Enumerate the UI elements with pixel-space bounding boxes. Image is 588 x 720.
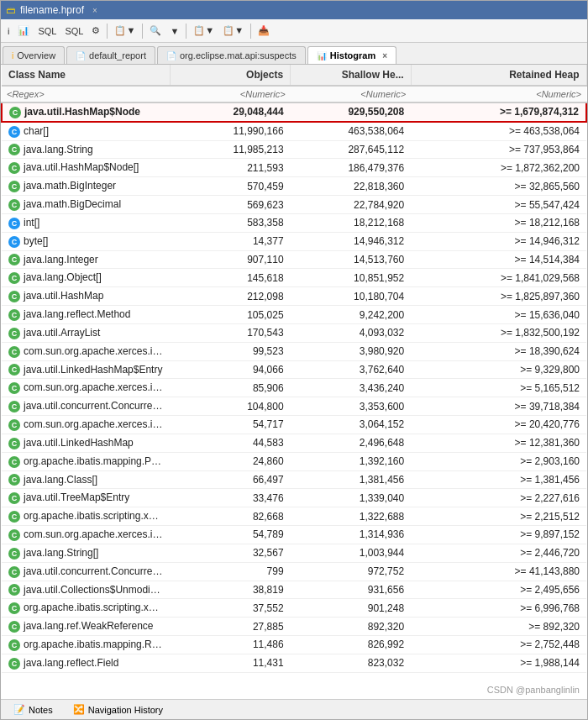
table-row[interactable]: Cjava.math.BigDecimal569,62322,784,920>=… [2, 196, 586, 214]
table-row[interactable]: Ccom.sun.org.apache.xerces.int...54,7173… [2, 416, 586, 434]
cell-class-name: Corg.apache.ibatis.scripting.xm... [2, 507, 170, 526]
table-row[interactable]: Ccom.sun.org.apache.xerces.int...99,5233… [2, 342, 586, 360]
table-row[interactable]: Corg.apache.ibatis.scripting.xm...82,668… [2, 507, 586, 526]
toolbar-search-btn[interactable]: 🔍 [146, 24, 165, 38]
cell-objects: 570,459 [170, 177, 291, 196]
table-row[interactable]: Cjava.lang.String[]32,5671,003,944>= 2,4… [2, 544, 586, 562]
cell-class-name: Cjava.util.concurrent.Concurren... [2, 562, 170, 581]
toolbar-sql2-btn[interactable]: SQL [61, 24, 87, 38]
table-row[interactable]: Cjava.lang.ref.WeakReference27,885892,32… [2, 618, 586, 636]
toolbar-nav-back-btn[interactable]: 📋▼ [190, 24, 218, 38]
table-row[interactable]: Cjava.util.LinkedHashMap44,5832,496,648>… [2, 434, 586, 452]
cell-shallow-heap: 3,980,920 [291, 342, 412, 360]
col-class-name[interactable]: Class Name [2, 65, 170, 86]
tab-default-report[interactable]: 📄 default_report [66, 46, 155, 64]
class-icon: C [8, 566, 20, 578]
cell-retained-heap: >= 1,832,500,192 [411, 323, 586, 342]
table-filter-row: <Regex> <Numeric> <Numeric> <Numeric> [2, 86, 586, 102]
table-row[interactable]: Cjava.util.HashMap$Node[]211,593186,479,… [2, 159, 586, 177]
filter-class-name[interactable]: <Regex> [2, 86, 170, 102]
cell-class-name: Cjava.util.ArrayList [2, 323, 170, 342]
cell-class-name: Corg.apache.ibatis.mapping.Pa... [2, 452, 170, 470]
filter-shallow-heap[interactable]: <Numeric> [291, 86, 412, 102]
cell-objects: 11,431 [170, 654, 291, 672]
cell-class-name: Cjava.lang.ref.WeakReference [2, 618, 170, 636]
cell-shallow-heap: 3,064,152 [291, 416, 412, 434]
class-icon: C [8, 492, 20, 504]
table-row[interactable]: Cchar[]11,990,166463,538,064>= 463,538,0… [2, 122, 586, 140]
toolbar-chart-btn[interactable]: 📊 [14, 24, 33, 38]
toolbar-sep1 [107, 24, 108, 39]
class-icon: C [8, 474, 20, 486]
tab-strip: i Overview 📄 default_report 📄 org.eclips… [1, 43, 587, 65]
cell-objects: 211,593 [170, 159, 291, 177]
close-icon[interactable]: × [92, 6, 97, 15]
table-row[interactable]: Cjava.util.concurrent.Concurren...104,80… [2, 397, 586, 416]
bottom-tab-nav-history[interactable]: 🔀 Navigation History [64, 702, 172, 717]
table-row[interactable]: Cjava.util.LinkedHashMap$Entry94,0663,76… [2, 360, 586, 379]
table-row[interactable]: Cbyte[]14,37714,946,312>= 14,946,312 [2, 232, 586, 250]
cell-retained-heap: >= 5,165,512 [411, 379, 586, 397]
table-row[interactable]: Cjava.lang.Class[]66,4971,381,456>= 1,38… [2, 470, 586, 489]
table-row[interactable]: Ccom.sun.org.apache.xerces.int...54,7891… [2, 526, 586, 544]
tab-histogram-close[interactable]: × [382, 51, 387, 60]
cell-shallow-heap: 1,381,456 [291, 470, 412, 489]
cell-retained-heap: >= 14,514,384 [411, 250, 586, 269]
table-row[interactable]: Cjava.util.ArrayList170,5434,093,032>= 1… [2, 323, 586, 342]
tab-histogram[interactable]: 📊 Histogram × [307, 46, 396, 64]
table-row[interactable]: Cjava.util.TreeMap$Entry33,4761,339,040>… [2, 489, 586, 507]
toolbar-nav-fwd-btn[interactable]: 📋▼ [219, 24, 247, 38]
table-row[interactable]: Corg.apache.ibatis.mapping.Re...11,48682… [2, 636, 586, 654]
cell-class-name: Cjava.util.Collections$Unmodifi... [2, 581, 170, 599]
table-row[interactable]: Cjava.util.Collections$Unmodifi...38,819… [2, 581, 586, 599]
cell-retained-heap: >= 2,215,512 [411, 507, 586, 526]
toolbar-export-btn[interactable]: 📥 [255, 24, 273, 38]
cell-objects: 24,860 [170, 452, 291, 470]
bottom-tab-notes[interactable]: 📝 Notes [4, 702, 62, 717]
table-container[interactable]: Class Name Objects Shallow He... Retaine… [1, 65, 587, 699]
cell-class-name: Cjava.util.LinkedHashMap [2, 434, 170, 452]
table-row[interactable]: Cjava.util.concurrent.Concurren...799972… [2, 562, 586, 581]
toolbar-copy-btn[interactable]: 📋▼ [111, 24, 139, 38]
table-row[interactable]: Ccom.sun.org.apache.xerces.int...85,9063… [2, 379, 586, 397]
class-icon: C [8, 456, 20, 468]
toolbar-gear-btn[interactable]: ⚙ [88, 24, 103, 38]
cell-class-name: Cjava.lang.reflect.Field [2, 654, 170, 672]
cell-objects: 94,066 [170, 360, 291, 379]
class-icon: C [8, 291, 20, 302]
tab-overview[interactable]: i Overview [3, 46, 65, 64]
table-row[interactable]: Corg.apache.ibatis.scripting.xm...37,552… [2, 599, 586, 618]
table-row[interactable]: Cjava.lang.reflect.Method105,0259,242,20… [2, 306, 586, 324]
table-row[interactable]: Cjava.util.HashMap$Node29,048,444929,550… [2, 102, 586, 122]
toolbar-search-drop-btn[interactable]: ▼ [166, 24, 182, 38]
cell-retained-heap: >= 1,988,144 [411, 654, 586, 672]
cell-objects: 54,717 [170, 416, 291, 434]
toolbar-sql1-btn[interactable]: SQL [34, 24, 60, 38]
notes-icon: 📝 [13, 704, 25, 715]
table-row[interactable]: Corg.apache.ibatis.mapping.Pa...24,8601,… [2, 452, 586, 470]
tab-report-icon: 📄 [76, 51, 86, 60]
col-shallow-heap[interactable]: Shallow He... [291, 65, 412, 86]
col-objects[interactable]: Objects [170, 65, 291, 86]
class-icon: C [8, 602, 20, 614]
filter-objects[interactable]: <Numeric> [170, 86, 291, 102]
tab-histogram-icon: 📊 [317, 51, 327, 60]
col-retained-heap[interactable]: Retained Heap [411, 65, 586, 86]
class-icon: C [8, 181, 20, 192]
table-row[interactable]: Cjava.lang.reflect.Field11,431823,032>= … [2, 654, 586, 672]
cell-retained-heap: >= 1,872,362,200 [411, 159, 586, 177]
class-icon: C [8, 419, 20, 431]
cell-objects: 212,098 [170, 287, 291, 306]
cell-retained-heap: >= 18,390,624 [411, 342, 586, 360]
table-row[interactable]: Cjava.lang.String11,985,213287,645,112>=… [2, 140, 586, 159]
table-row[interactable]: Cjava.math.BigInteger570,45922,818,360>=… [2, 177, 586, 196]
toolbar-info-btn[interactable]: i [4, 24, 13, 38]
table-row[interactable]: Cjava.util.HashMap212,09810,180,704>= 1,… [2, 287, 586, 306]
table-row[interactable]: Cint[]583,35818,212,168>= 18,212,168 [2, 213, 586, 232]
table-row[interactable]: Cjava.lang.Object[]145,61810,851,952>= 1… [2, 269, 586, 287]
tab-suspects[interactable]: 📄 org.eclipse.mat.api:suspects [157, 46, 306, 64]
filter-retained-heap[interactable]: <Numeric> [411, 86, 586, 102]
tab-suspects-label: org.eclipse.mat.api:suspects [180, 50, 297, 60]
table-row[interactable]: Cjava.lang.Integer907,11014,513,760>= 14… [2, 250, 586, 269]
class-icon: C [8, 529, 20, 541]
